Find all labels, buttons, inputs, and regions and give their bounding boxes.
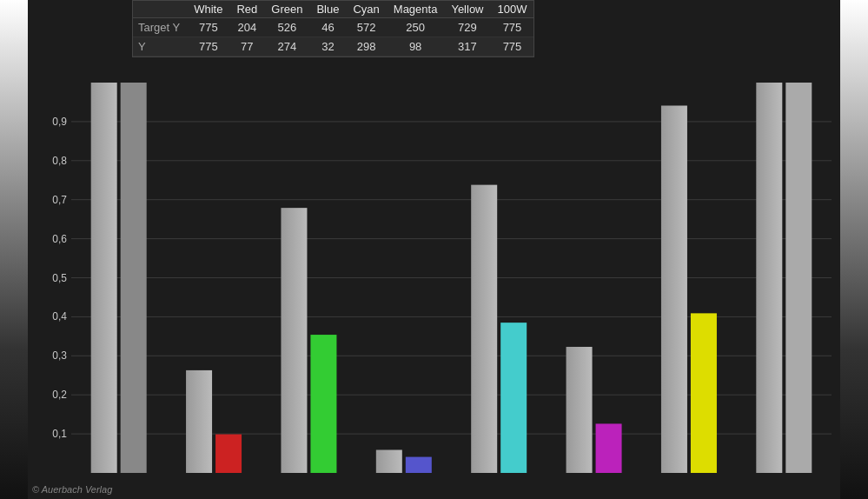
svg-rect-33 — [785, 83, 812, 473]
svg-text:0,4: 0,4 — [52, 310, 67, 323]
svg-rect-19 — [121, 83, 147, 473]
data-table: White Red Green Blue Cyan Magenta Yellow… — [132, 0, 534, 57]
svg-text:0,6: 0,6 — [52, 233, 67, 245]
col-header-red: Red — [229, 1, 264, 18]
right-gradient-strip — [840, 0, 868, 499]
svg-rect-27 — [500, 323, 527, 473]
svg-text:0,5: 0,5 — [52, 272, 67, 284]
svg-rect-23 — [310, 335, 336, 473]
table-cell: 250 — [387, 18, 445, 37]
svg-rect-21 — [215, 435, 242, 473]
col-header-cyan: Cyan — [346, 1, 386, 18]
col-header-empty — [133, 1, 187, 18]
svg-rect-18 — [91, 83, 117, 473]
svg-text:0,2: 0,2 — [52, 389, 67, 401]
table-cell: 317 — [444, 37, 490, 57]
svg-text:0,3: 0,3 — [52, 349, 67, 362]
table-cell: 298 — [346, 37, 386, 57]
left-gradient-strip — [0, 0, 28, 499]
table-cell: Target Y — [133, 18, 187, 37]
chart-svg: 0,90,80,70,60,50,40,30,20,1 — [28, 0, 840, 499]
svg-rect-30 — [661, 105, 687, 473]
svg-text:0,1: 0,1 — [52, 428, 67, 440]
svg-rect-26 — [471, 185, 497, 473]
table-cell: 274 — [264, 37, 309, 57]
table-cell: 775 — [491, 37, 534, 57]
svg-rect-20 — [186, 370, 212, 473]
col-header-yellow: Yellow — [444, 1, 490, 18]
table-cell: 775 — [187, 37, 229, 57]
svg-rect-28 — [567, 347, 593, 473]
svg-text:0,7: 0,7 — [52, 194, 67, 206]
watermark: © Auerbach Verlag — [32, 484, 112, 495]
svg-rect-22 — [281, 208, 307, 473]
table-cell: 775 — [491, 18, 534, 37]
table-cell: 98 — [387, 37, 445, 57]
svg-rect-29 — [596, 423, 622, 473]
table-cell: 46 — [309, 18, 346, 37]
table-cell: Y — [133, 37, 187, 57]
table-cell: 526 — [264, 18, 309, 37]
col-header-blue: Blue — [309, 1, 346, 18]
chart-main: White Red Green Blue Cyan Magenta Yellow… — [28, 0, 840, 499]
chart-container: White Red Green Blue Cyan Magenta Yellow… — [0, 0, 868, 499]
svg-rect-24 — [376, 450, 402, 473]
col-header-green: Green — [264, 1, 309, 18]
table-cell: 32 — [309, 37, 346, 57]
svg-rect-31 — [691, 313, 717, 473]
svg-rect-25 — [406, 457, 432, 473]
table-cell: 572 — [346, 18, 386, 37]
svg-text:0,9: 0,9 — [52, 116, 67, 128]
table-cell: 204 — [229, 18, 264, 37]
table-cell: 775 — [187, 18, 229, 37]
col-header-white: White — [187, 1, 229, 18]
svg-rect-32 — [756, 83, 782, 473]
col-header-100w: 100W — [491, 1, 534, 18]
svg-text:0,8: 0,8 — [52, 155, 67, 167]
table-cell: 77 — [229, 37, 264, 57]
col-header-magenta: Magenta — [387, 1, 445, 18]
table-cell: 729 — [444, 18, 490, 37]
